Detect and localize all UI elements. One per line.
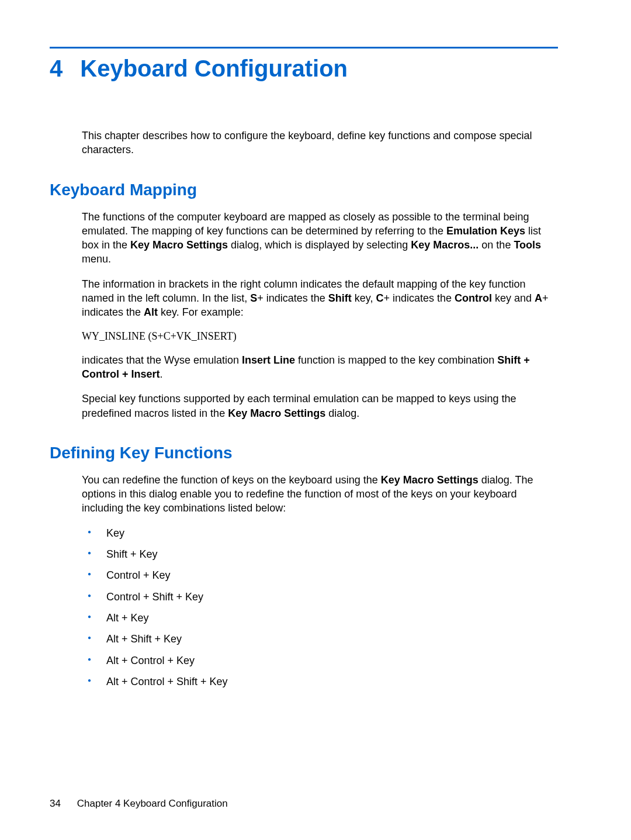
bold-text: Tools <box>514 239 541 251</box>
bold-text: Key Macros... <box>411 239 479 251</box>
list-item: Alt + Shift + Key <box>82 632 558 646</box>
page-footer: 34 Chapter 4 Keyboard Configuration <box>50 798 228 810</box>
bold-text: Insert Line <box>242 354 295 366</box>
text: . <box>160 368 163 380</box>
chapter-intro: This chapter describes how to configure … <box>82 129 558 157</box>
section-body: The functions of the computer keyboard a… <box>82 210 558 420</box>
paragraph: The information in brackets in the right… <box>82 277 558 320</box>
text: key. For example: <box>158 306 244 318</box>
text: + indicates the <box>383 292 455 304</box>
bold-text: C <box>376 292 383 304</box>
text: dialog. <box>325 407 359 419</box>
bold-text: Emulation Keys <box>446 225 525 237</box>
footer-chapter-label: Chapter 4 Keyboard Configuration <box>77 798 228 809</box>
top-rule <box>50 47 558 49</box>
paragraph: indicates that the Wyse emulation Insert… <box>82 353 558 382</box>
list-item: Alt + Control + Key <box>82 654 558 668</box>
bold-text: Key Macro Settings <box>381 474 479 486</box>
chapter-title: Keyboard Configuration <box>80 56 348 82</box>
text: function is mapped to the key combinatio… <box>295 354 497 366</box>
chapter-heading: 4 Keyboard Configuration <box>50 56 558 82</box>
text: indicates that the Wyse emulation <box>82 354 242 366</box>
section-defining-key-functions: Defining Key Functions You can redefine … <box>50 444 558 689</box>
bold-text: Control <box>455 292 492 304</box>
bold-text: Shift <box>328 292 352 304</box>
chapter-number: 4 <box>50 56 63 82</box>
paragraph: You can redefine the function of keys on… <box>82 473 558 516</box>
bold-text: Alt <box>144 306 158 318</box>
paragraph: The functions of the computer keyboard a… <box>82 210 558 267</box>
paragraph: Special key functions supported by each … <box>82 392 558 420</box>
list-item: Key <box>82 526 558 540</box>
list-item: Alt + Control + Shift + Key <box>82 675 558 689</box>
bold-text: A <box>535 292 542 304</box>
text: dialog, which is displayed by selecting <box>228 239 411 251</box>
key-combination-list: Key Shift + Key Control + Key Control + … <box>82 526 558 689</box>
text: You can redefine the function of keys on… <box>82 474 381 486</box>
section-body: You can redefine the function of keys on… <box>82 473 558 689</box>
page-number: 34 <box>50 798 74 810</box>
bold-text: Key Macro Settings <box>228 407 325 419</box>
text: key, <box>352 292 376 304</box>
page-content: 4 Keyboard Configuration This chapter de… <box>50 47 558 712</box>
text: + indicates the <box>257 292 328 304</box>
code-example: WY_INSLINE (S+C+VK_INSERT) <box>82 330 558 343</box>
bold-text: Key Macro Settings <box>130 239 228 251</box>
list-item: Shift + Key <box>82 547 558 561</box>
section-heading: Keyboard Mapping <box>50 181 558 199</box>
text: key and <box>492 292 535 304</box>
text: on the <box>479 239 514 251</box>
section-heading: Defining Key Functions <box>50 444 558 462</box>
text: menu. <box>82 253 111 265</box>
section-keyboard-mapping: Keyboard Mapping The functions of the co… <box>50 181 558 420</box>
list-item: Control + Shift + Key <box>82 590 558 604</box>
list-item: Alt + Key <box>82 611 558 625</box>
list-item: Control + Key <box>82 568 558 582</box>
bold-text: S <box>250 292 257 304</box>
